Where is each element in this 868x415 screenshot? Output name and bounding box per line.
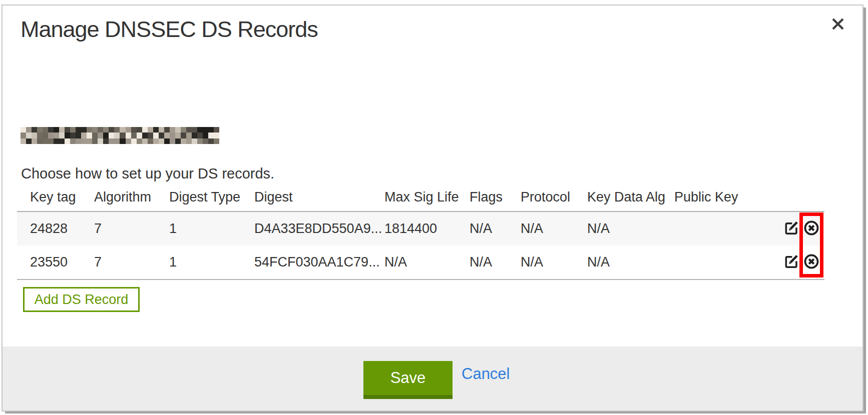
table-cell: 7	[81, 212, 156, 246]
column-header: Protocol	[508, 184, 574, 212]
table-cell: 54FCF030AA1C79...	[241, 246, 371, 280]
table-cell: N/A	[508, 246, 574, 280]
table-cell: 1	[156, 212, 241, 246]
table-cell: N/A	[457, 212, 508, 246]
delete-record-button[interactable]	[803, 254, 819, 270]
column-header: Public Key	[661, 184, 748, 212]
table-cell: 1814400	[371, 212, 457, 246]
column-header: Max Sig Life	[371, 184, 457, 212]
ds-record-row: 2482871D4A33E8DD550A9...1814400N/AN/AN/A	[17, 212, 824, 246]
manage-dnssec-dialog: Manage DNSSEC DS Records Choose how to s…	[2, 4, 863, 412]
edit-icon	[783, 254, 799, 271]
table-cell: 23550	[17, 246, 81, 280]
cancel-link[interactable]: Cancel	[462, 365, 510, 383]
row-actions-cell	[748, 212, 824, 246]
instruction-text: Choose how to set up your DS records.	[21, 166, 274, 182]
table-cell: N/A	[574, 212, 661, 246]
close-icon	[830, 16, 846, 34]
column-header: Key tag	[17, 184, 81, 212]
table-cell: N/A	[457, 246, 508, 280]
table-cell: 1	[156, 246, 241, 280]
row-actions-cell	[748, 246, 824, 280]
table-cell	[661, 212, 748, 246]
table-cell: D4A33E8DD550A9...	[241, 212, 371, 246]
edit-icon	[783, 220, 799, 238]
column-header: Algorithm	[81, 184, 156, 212]
dialog-footer: Save Cancel	[3, 346, 862, 410]
ds-records-table: Key tagAlgorithmDigest TypeDigestMax Sig…	[17, 184, 824, 280]
column-header: Key Data Alg	[574, 184, 661, 212]
delete-circle-x-icon	[803, 254, 819, 271]
redacted-domain-name	[21, 127, 219, 144]
edit-record-button[interactable]	[783, 254, 799, 270]
table-cell: N/A	[574, 246, 661, 280]
add-ds-record-button[interactable]: Add DS Record	[23, 287, 140, 312]
column-header: Digest	[241, 184, 371, 212]
column-header: Flags	[457, 184, 508, 212]
table-header-row: Key tagAlgorithmDigest TypeDigestMax Sig…	[17, 184, 824, 212]
close-button[interactable]	[828, 14, 848, 34]
delete-circle-x-icon	[803, 220, 819, 238]
edit-record-button[interactable]	[783, 221, 799, 237]
table-cell: 7	[81, 246, 156, 280]
table-cell: N/A	[371, 246, 457, 280]
table-cell: 24828	[17, 212, 81, 246]
table-cell: N/A	[508, 212, 574, 246]
save-button[interactable]: Save	[363, 361, 453, 399]
delete-record-button[interactable]	[803, 221, 819, 237]
ds-record-row: 235507154FCF030AA1C79...N/AN/AN/AN/A	[17, 246, 824, 280]
column-header: Digest Type	[156, 184, 241, 212]
table-cell	[661, 246, 748, 280]
dialog-title: Manage DNSSEC DS Records	[21, 16, 318, 42]
